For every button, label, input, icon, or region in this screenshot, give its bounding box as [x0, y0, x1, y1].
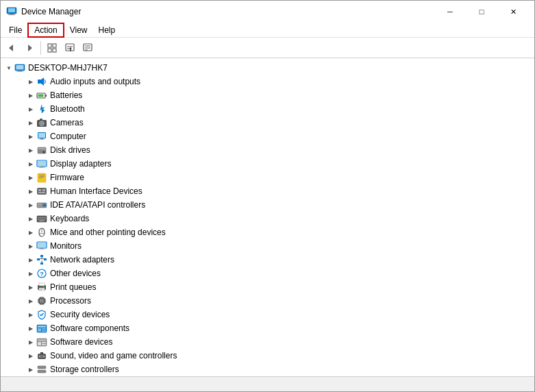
svg-rect-103: [38, 328, 41, 332]
svg-rect-56: [38, 217, 40, 219]
tree-item-sound-video[interactable]: ▶ Sound, video and game controllers: [1, 349, 534, 363]
chevron-display-adapters: ▶: [25, 158, 36, 169]
svg-rect-102: [38, 326, 46, 328]
toolbar: [1, 38, 534, 58]
root-label: DESKTOP-MHJ7HK7: [28, 63, 108, 73]
chevron-keyboards: ▶: [25, 213, 36, 224]
icon-processors: [36, 295, 47, 306]
status-bar: [1, 376, 534, 391]
svg-rect-117: [43, 356, 44, 357]
svg-rect-70: [39, 249, 45, 249]
tree-root[interactable]: ▼ DESKTOP-MHJ7HK7: [1, 61, 534, 75]
icon-sound-video: [36, 350, 47, 361]
svg-marker-4: [9, 45, 13, 51]
tree-item-ide[interactable]: ▶ IDE ATA/ATAPI controllers: [1, 198, 534, 212]
chevron-audio: ▶: [25, 76, 36, 87]
svg-rect-63: [45, 219, 46, 220]
tree-item-storage[interactable]: ▶ Storage controllers: [1, 363, 534, 376]
svg-rect-21: [18, 71, 22, 71]
menu-action[interactable]: Action: [27, 23, 64, 38]
chevron-storage: ▶: [25, 364, 36, 375]
tree-item-software-devices[interactable]: ▶ Software devices: [1, 335, 534, 349]
title-bar-controls: ─ □ ✕: [434, 1, 529, 23]
menu-view[interactable]: View: [64, 23, 93, 38]
svg-marker-5: [28, 45, 32, 51]
tree-item-mice[interactable]: ▶ Mice and other pointing devices: [1, 225, 534, 239]
tree-item-print[interactable]: ▶ Print queues: [1, 280, 534, 294]
tree-item-disk-drives[interactable]: ▶ Disk drives: [1, 143, 534, 157]
tree-item-batteries[interactable]: ▶ Batteries: [1, 88, 534, 102]
icon-security: [36, 309, 47, 320]
svg-rect-61: [40, 219, 42, 220]
tree-item-hid[interactable]: ▶ Human Interface Devices: [1, 184, 534, 198]
chevron-disk-drives: ▶: [25, 145, 36, 156]
tree-content[interactable]: ▼ DESKTOP-MHJ7HK7 ▶: [1, 58, 534, 376]
maximize-button[interactable]: □: [466, 1, 497, 23]
title-bar-text: Device Manager: [21, 7, 434, 16]
tree-item-computer[interactable]: ▶ Computer: [1, 130, 534, 143]
tree-item-display-adapters[interactable]: ▶ Display adapters: [1, 157, 534, 171]
update-button[interactable]: [62, 40, 78, 56]
menu-help[interactable]: Help: [93, 23, 121, 38]
svg-rect-59: [45, 217, 46, 219]
svg-rect-114: [41, 355, 42, 356]
chevron-computer: ▶: [25, 131, 36, 142]
toolbar-separator-1: [40, 41, 41, 55]
icon-mice: [36, 227, 47, 238]
tree-item-security[interactable]: ▶ Security devices: [1, 308, 534, 321]
chevron-firmware: ▶: [25, 172, 36, 183]
tree-item-network[interactable]: ▶ Network adapters: [1, 253, 534, 267]
minimize-button[interactable]: ─: [434, 1, 466, 23]
back-button[interactable]: [3, 40, 20, 56]
more-actions-button[interactable]: [79, 40, 96, 56]
svg-rect-82: [39, 283, 45, 286]
svg-rect-52: [38, 204, 42, 205]
svg-rect-88: [40, 299, 44, 303]
svg-rect-118: [40, 352, 43, 354]
svg-rect-62: [42, 219, 44, 220]
tree-item-firmware[interactable]: ▶ Firmware: [1, 171, 534, 184]
back-icon: [6, 42, 17, 53]
menu-bar: File Action View Help: [1, 23, 534, 38]
tree-item-audio[interactable]: ▶ Audio inputs and outputs: [1, 75, 534, 88]
label-batteries: Batteries: [50, 90, 82, 100]
tree-item-other[interactable]: ▶ ? Other devices: [1, 267, 534, 280]
svg-rect-2: [10, 14, 14, 14]
label-computer: Computer: [50, 132, 86, 141]
icon-audio: [36, 76, 47, 87]
svg-rect-27: [38, 95, 44, 97]
tree-item-processors[interactable]: ▶ Proces: [1, 294, 534, 308]
svg-rect-110: [42, 344, 46, 345]
tree-item-software-components[interactable]: ▶ Software components: [1, 321, 534, 335]
tree-item-cameras[interactable]: ▶ Cameras: [1, 116, 534, 130]
svg-rect-9: [53, 49, 56, 52]
svg-rect-1: [8, 8, 15, 12]
label-keyboards: Keyboards: [50, 214, 89, 223]
label-other: Other devices: [50, 269, 101, 278]
tree-item-bluetooth[interactable]: ▶ Bluetooth: [1, 102, 534, 116]
label-audio: Audio inputs and outputs: [50, 77, 140, 86]
svg-rect-109: [42, 342, 46, 343]
svg-rect-41: [40, 167, 44, 167]
chevron-network: ▶: [25, 254, 36, 265]
svg-rect-45: [39, 176, 45, 177]
svg-rect-47: [37, 188, 47, 195]
label-firmware: Firmware: [50, 173, 84, 182]
menu-file[interactable]: File: [3, 23, 27, 38]
svg-rect-53: [38, 206, 42, 207]
properties-button[interactable]: [44, 40, 60, 56]
tree-item-keyboards[interactable]: ▶ Keyboards: [1, 212, 534, 225]
close-button[interactable]: ✕: [497, 1, 529, 23]
svg-text:?: ?: [40, 271, 44, 278]
svg-rect-42: [39, 167, 45, 168]
tree-item-monitors[interactable]: ▶ Monitors: [1, 239, 534, 253]
label-software-devices: Software devices: [50, 337, 112, 347]
svg-rect-115: [41, 357, 42, 358]
svg-rect-68: [38, 243, 46, 247]
forward-button[interactable]: [21, 40, 38, 56]
icon-storage: [36, 364, 47, 375]
label-network: Network adapters: [50, 255, 114, 265]
svg-rect-71: [40, 255, 43, 257]
icon-ide: [36, 199, 47, 210]
svg-rect-44: [39, 175, 45, 175]
